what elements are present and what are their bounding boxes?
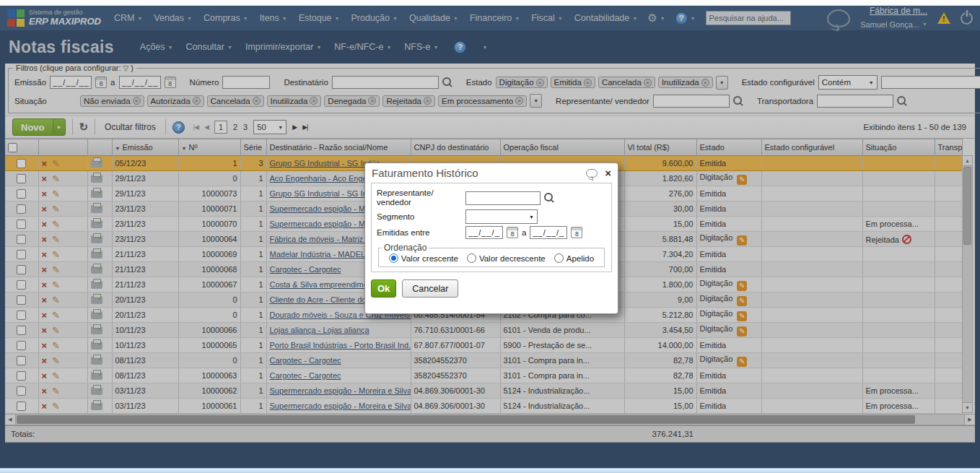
radio-label: Valor decrescente <box>479 254 546 263</box>
emitidas-from-input[interactable] <box>465 226 503 239</box>
dialog-titlebar[interactable]: Faturamento Histórico × <box>365 163 618 181</box>
segmento-field-label: Segmento <box>377 212 462 222</box>
close-icon[interactable]: × <box>605 168 611 178</box>
segmento-select[interactable]: ▼ <box>465 209 538 224</box>
representante-field-label: Representante/ vendedor <box>377 188 462 207</box>
radio-label: Valor crescente <box>401 254 458 263</box>
ordenacao-fieldset: Ordenação Valor crescenteValor decrescen… <box>378 243 605 267</box>
faturamento-historico-dialog: Faturamento Histórico × Representante/ v… <box>364 162 618 314</box>
emitidas-field-row: Emitidas entre 8 a 8 <box>377 226 606 239</box>
dialog-body: Representante/ vendedor Segmento ▼ Emiti… <box>371 183 612 272</box>
radio-valor-decrescente[interactable]: Valor decrescente <box>467 253 546 263</box>
radio-icon <box>467 253 476 263</box>
range-separator: a <box>522 228 526 237</box>
ordenacao-legend: Ordenação <box>382 243 429 253</box>
emitidas-field-label: Emitidas entre <box>377 228 462 238</box>
ordenacao-options: Valor crescenteValor decrescenteApelido <box>382 253 601 263</box>
chevron-down-icon: ▼ <box>529 214 534 220</box>
dialog-footer: Ok Cancelar <box>365 274 618 303</box>
ok-button[interactable]: Ok <box>371 279 396 298</box>
segmento-field-row: Segmento ▼ <box>377 209 606 224</box>
representante-field-input[interactable] <box>465 191 541 205</box>
search-icon[interactable] <box>544 193 554 203</box>
radio-icon <box>554 253 564 263</box>
radio-apelido[interactable]: Apelido <box>554 253 594 263</box>
radio-label: Apelido <box>566 254 594 263</box>
calendar-icon[interactable]: 8 <box>571 227 582 238</box>
dialog-title: Faturamento Histórico <box>372 167 586 179</box>
bottom-edge-strip <box>0 468 980 473</box>
radio-icon <box>389 253 398 263</box>
emitidas-to-input[interactable] <box>530 226 567 239</box>
calendar-icon[interactable]: 8 <box>507 227 518 238</box>
representante-field-row: Representante/ vendedor <box>377 188 606 207</box>
cancel-button[interactable]: Cancelar <box>402 279 458 298</box>
dialog-comment-icon[interactable] <box>586 169 598 178</box>
radio-valor-crescente[interactable]: Valor crescente <box>389 253 458 263</box>
